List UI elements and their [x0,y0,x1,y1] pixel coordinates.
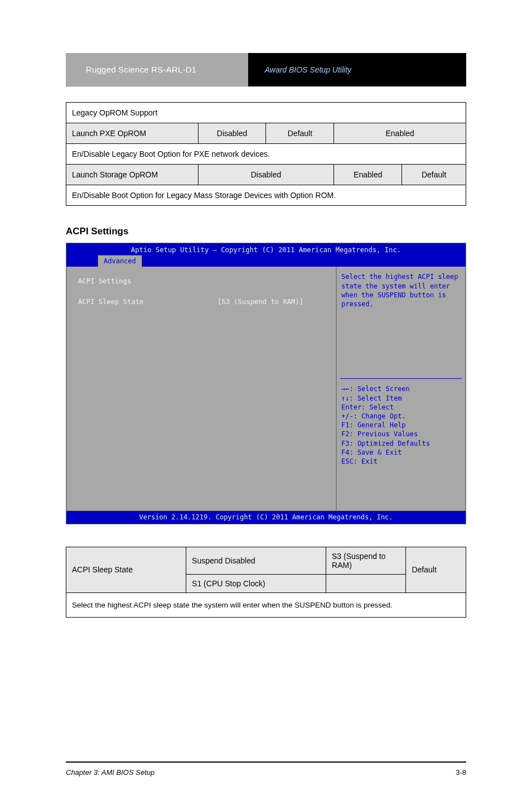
acpi-opt-suspend-disabled: Suspend Disabled [186,547,326,574]
launch-storage-label: Launch Storage OpROM [66,165,199,185]
acpi-opt-s3-dup [326,574,406,592]
launch-pxe-default: Default [266,123,334,144]
acpi-option-table: ACPI Sleep State Suspend Disabled S3 (Su… [66,547,466,618]
banner-right: Award BIOS Setup Utility [248,53,466,86]
acpi-settings-heading: ACPI Settings [66,226,466,237]
banner-left: Rugged Science RS-ARL-D1 [66,53,248,86]
bios-key-3: +/-: Change Opt. [341,412,461,421]
bios-key-1: ↑↓: Select Item [341,394,461,403]
acpi-opt-s3: S3 (Suspend to RAM) [326,547,406,574]
oprom-title-cell: Legacy OpROM Support [66,103,466,123]
acpi-opt-s1: S1 (CPU Stop Clock) [186,574,326,592]
launch-storage-opt-enabled: Enabled [334,165,402,185]
bios-screenshot: Aptio Setup Utility – Copyright (C) 2011… [66,243,466,524]
bios-help-panel: Select the highest ACPI sleep state the … [336,267,466,511]
launch-storage-desc: En/Disable Boot Option for Legacy Mass S… [66,185,466,206]
launch-pxe-label: Launch PXE OpROM [66,123,199,144]
acpi-sleep-state-label: ACPI Sleep State [78,297,217,306]
footer-page-number: 3-8 [456,768,466,777]
oprom-table: Legacy OpROM Support Launch PXE OpROM Di… [66,102,466,206]
page-footer: Chapter 3: AMI BIOS Setup 3-8 [66,762,466,777]
bios-tab-advanced[interactable]: Advanced [98,255,142,267]
acpi-opt-default: Default [406,547,466,592]
bios-key-2: Enter: Select [341,403,461,412]
bios-titlebar: Aptio Setup Utility – Copyright (C) 2011… [66,243,466,267]
bios-main-heading: ACPI Settings [78,277,325,286]
acpi-sleep-state-value: [S3 (Suspend to RAM)] [217,297,303,306]
launch-storage-opt-disabled: Disabled [198,165,334,185]
bios-key-8: ESC: Exit [341,457,461,466]
bios-help-text: Select the highest ACPI sleep state the … [337,267,465,378]
acpi-desc: Select the highest ACPI sleep state the … [66,592,466,617]
launch-pxe-desc: En/Disable Legacy Boot Option for PXE ne… [66,144,466,165]
bios-key-4: F1: General Help [341,421,461,430]
launch-pxe-opt-disabled: Disabled [198,123,266,144]
page-banner: Rugged Science RS-ARL-D1 Award BIOS Setu… [66,53,466,86]
bios-footer: Version 2.14.1219. Copyright (C) 2011 Am… [66,511,466,523]
footer-left: Chapter 3: AMI BIOS Setup [66,768,154,777]
launch-storage-default: Default [402,165,466,185]
launch-pxe-opt-enabled: Enabled [334,123,466,144]
bios-key-7: F4: Save & Exit [341,448,461,457]
acpi-row-label: ACPI Sleep State [66,547,186,592]
banner-right-text: Award BIOS Setup Utility [265,65,351,74]
bios-key-6: F3: Optimized Defaults [341,439,461,448]
bios-main-panel: ACPI Settings ACPI Sleep State [S3 (Susp… [66,267,336,511]
acpi-sleep-state-row[interactable]: ACPI Sleep State [S3 (Suspend to RAM)] [78,297,325,306]
bios-key-0: →←: Select Screen [341,384,461,393]
bios-key-5: F2: Previous Values [341,430,461,438]
bios-title: Aptio Setup Utility – Copyright (C) 2011… [66,245,466,256]
bios-key-hints: →←: Select Screen ↑↓: Select Item Enter:… [337,379,465,471]
